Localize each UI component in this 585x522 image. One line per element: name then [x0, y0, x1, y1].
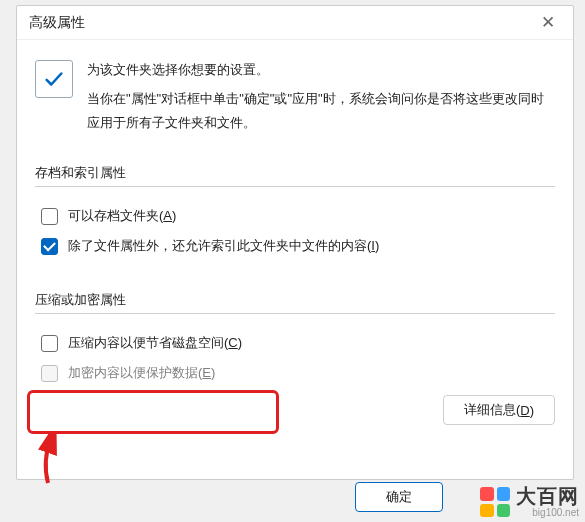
intro-line-1: 为该文件夹选择你想要的设置。 — [87, 58, 555, 83]
close-icon: ✕ — [541, 12, 555, 33]
close-button[interactable]: ✕ — [533, 9, 563, 37]
checkbox-label-index: 除了文件属性外，还允许索引此文件夹中文件的内容(I) — [68, 237, 379, 255]
watermark-url: big100.net — [532, 508, 579, 518]
checkbox-label-compress: 压缩内容以便节省磁盘空间(C) — [68, 334, 242, 352]
checkbox-row-encrypt: 加密内容以便保护数据(E) — [35, 358, 555, 388]
watermark-brand: 大百网 — [516, 486, 579, 506]
intro-text: 为该文件夹选择你想要的设置。 当你在"属性"对话框中单击"确定"或"应用"时，系… — [87, 58, 555, 136]
dialog-title: 高级属性 — [29, 14, 533, 32]
checkmark-icon — [35, 60, 73, 98]
divider — [35, 186, 555, 187]
checkbox-row-compress[interactable]: 压缩内容以便节省磁盘空间(C) — [35, 328, 555, 358]
checkbox-archive[interactable] — [41, 208, 58, 225]
archive-index-group: 存档和索引属性 可以存档文件夹(A) 除了文件属性外，还允许索引此文件夹中文件的… — [35, 164, 555, 261]
checkbox-row-index[interactable]: 除了文件属性外，还允许索引此文件夹中文件的内容(I) — [35, 231, 555, 261]
divider — [35, 313, 555, 314]
checkbox-compress[interactable] — [41, 335, 58, 352]
intro-line-2: 当你在"属性"对话框中单击"确定"或"应用"时，系统会询问你是否将这些更改同时应… — [87, 87, 555, 136]
watermark-logo-icon — [480, 487, 510, 517]
details-button[interactable]: 详细信息(D) — [443, 395, 555, 425]
checkbox-index[interactable] — [41, 238, 58, 255]
checkbox-label-archive: 可以存档文件夹(A) — [68, 207, 176, 225]
group-label-compress: 压缩或加密属性 — [35, 291, 555, 309]
compress-encrypt-group: 压缩或加密属性 压缩内容以便节省磁盘空间(C) 加密内容以便保护数据(E) — [35, 291, 555, 388]
checkbox-row-archive[interactable]: 可以存档文件夹(A) — [35, 201, 555, 231]
checkbox-encrypt — [41, 365, 58, 382]
intro-section: 为该文件夹选择你想要的设置。 当你在"属性"对话框中单击"确定"或"应用"时，系… — [35, 58, 555, 136]
checkbox-label-encrypt: 加密内容以便保护数据(E) — [68, 364, 215, 382]
watermark: 大百网 big100.net — [480, 486, 579, 518]
ok-button[interactable]: 确定 — [355, 482, 443, 512]
group-label-archive: 存档和索引属性 — [35, 164, 555, 182]
titlebar: 高级属性 ✕ — [17, 6, 573, 40]
